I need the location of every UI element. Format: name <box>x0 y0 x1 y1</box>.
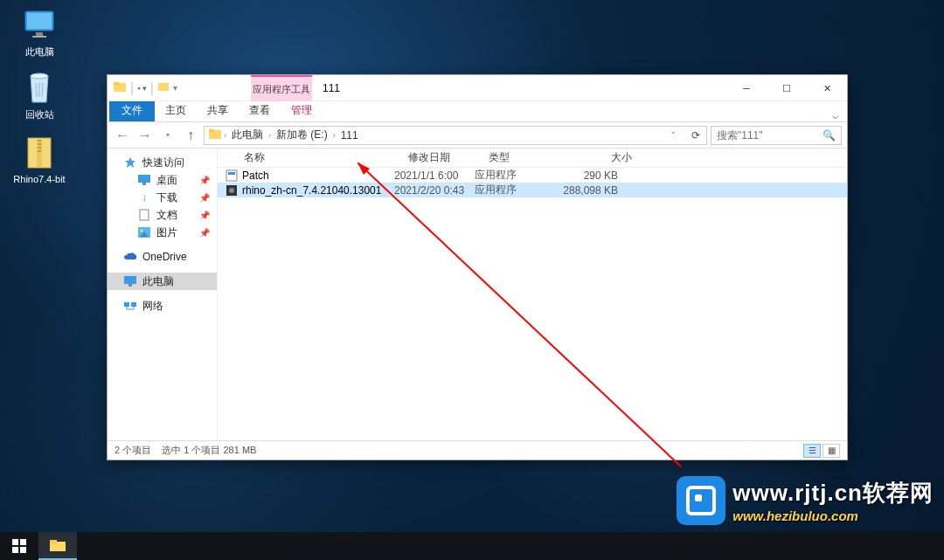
file-list[interactable]: Patch 2021/1/1 6:00 应用程序 290 KB rhino_zh… <box>218 168 847 440</box>
address-bar[interactable]: › 此电脑 › 新加卷 (E:) › 111 ˅ ⟳ <box>204 126 707 145</box>
file-name: Patch <box>242 169 389 182</box>
dropdown-icon[interactable]: ˅ <box>663 131 684 140</box>
pin-icon: 📌 <box>199 228 210 238</box>
recycle-bin-icon <box>22 70 57 105</box>
watermark-logo-icon <box>677 476 725 525</box>
folder-small-icon <box>157 80 170 96</box>
view-details-button[interactable]: ☰ <box>803 444 821 458</box>
desktop-icon-recycle-bin[interactable]: 回收站 <box>9 70 70 121</box>
breadcrumb-this-pc[interactable]: 此电脑 <box>228 128 267 142</box>
column-header-type[interactable]: 类型 <box>483 150 560 165</box>
svg-rect-2 <box>36 32 43 36</box>
svg-rect-38 <box>50 540 57 543</box>
column-header-name[interactable]: 名称 <box>239 150 403 165</box>
folder-icon <box>208 128 222 142</box>
tab-share[interactable]: 共享 <box>197 100 239 121</box>
svg-rect-8 <box>38 143 41 145</box>
svg-rect-12 <box>114 82 119 85</box>
close-button[interactable]: ✕ <box>807 75 847 101</box>
pin-icon: 📌 <box>199 176 210 185</box>
window-title: 111 <box>323 82 340 94</box>
svg-rect-7 <box>38 140 41 142</box>
view-icons-button[interactable]: ▦ <box>823 444 840 458</box>
nav-recent-button[interactable]: ▾ <box>158 126 177 145</box>
minimize-button[interactable]: ─ <box>726 75 767 101</box>
taskbar[interactable] <box>0 532 944 560</box>
chevron-right-icon[interactable]: › <box>268 131 271 140</box>
svg-rect-6 <box>37 138 42 168</box>
exe-icon <box>225 183 239 197</box>
network-icon <box>123 299 137 313</box>
svg-rect-23 <box>124 276 136 284</box>
dropdown-icon[interactable]: ▪ ▾ <box>137 84 147 93</box>
svg-rect-28 <box>228 172 235 175</box>
desktop-icon <box>137 173 151 187</box>
nav-downloads[interactable]: ↓ 下载 📌 <box>108 189 217 206</box>
search-box[interactable]: 🔍 <box>711 126 842 145</box>
start-button[interactable] <box>0 532 38 560</box>
nav-onedrive[interactable]: OneDrive <box>108 248 217 266</box>
nav-label: 文档 <box>156 208 177 223</box>
chevron-right-icon[interactable]: › <box>224 131 226 140</box>
separator-icon: | <box>130 80 134 96</box>
svg-point-30 <box>229 188 234 193</box>
svg-rect-24 <box>128 284 132 287</box>
nav-network[interactable]: 网络 <box>108 297 217 315</box>
nav-documents[interactable]: 文档 📌 <box>108 206 217 224</box>
svg-rect-19 <box>140 210 149 220</box>
windows-icon <box>12 539 26 553</box>
nav-desktop[interactable]: 桌面 📌 <box>108 171 217 189</box>
svg-rect-26 <box>131 302 136 307</box>
ribbon-expand-button[interactable]: ⌵ <box>823 109 847 121</box>
star-icon <box>123 156 137 169</box>
svg-point-21 <box>141 230 143 232</box>
tab-manage[interactable]: 管理 <box>281 100 323 121</box>
status-bar: 2 个项目 选中 1 个项目 281 MB ☰ ▦ <box>108 440 847 460</box>
nav-label: 此电脑 <box>142 274 174 289</box>
svg-rect-1 <box>27 13 52 29</box>
cloud-icon <box>123 250 137 264</box>
svg-rect-13 <box>158 83 169 91</box>
nav-this-pc[interactable]: 此电脑 <box>108 273 217 290</box>
maximize-button[interactable]: ☐ <box>767 75 807 101</box>
svg-rect-33 <box>12 539 18 545</box>
svg-rect-10 <box>38 150 41 152</box>
nav-back-button[interactable]: ← <box>113 126 132 145</box>
refresh-icon[interactable]: ⟳ <box>685 129 706 142</box>
tab-home[interactable]: 主页 <box>155 100 197 121</box>
nav-label: 图片 <box>156 225 177 240</box>
nav-quick-access[interactable]: 快速访问 <box>108 154 217 171</box>
watermark-line1: www.rjtj.cn软荐网 <box>732 478 934 508</box>
search-input[interactable] <box>717 129 836 142</box>
tab-file[interactable]: 文件 <box>109 100 155 121</box>
svg-rect-9 <box>38 147 41 149</box>
nav-up-button[interactable]: ↑ <box>181 126 200 145</box>
svg-rect-17 <box>138 175 150 183</box>
nav-pictures[interactable]: 图片 📌 <box>108 224 217 241</box>
nav-label: 快速访问 <box>142 156 184 170</box>
file-row-patch[interactable]: Patch 2021/1/1 6:00 应用程序 290 KB <box>218 168 847 183</box>
watermark-line2: www.hezibuluo.com <box>732 508 934 523</box>
svg-rect-15 <box>209 129 214 132</box>
file-date: 2021/2/20 0:43 <box>389 184 469 197</box>
breadcrumb-folder[interactable]: 111 <box>337 129 362 142</box>
svg-marker-16 <box>125 157 135 168</box>
picture-icon <box>137 225 151 239</box>
titlebar[interactable]: | ▪ ▾ | ▾ 应用程序工具 111 ─ ☐ ✕ <box>108 75 847 101</box>
desktop-icon-zip[interactable]: Rhino7.4-bit <box>9 135 70 184</box>
file-date: 2021/1/1 6:00 <box>389 169 469 182</box>
file-row-rhino[interactable]: rhino_zh-cn_7.4.21040.13001 2021/2/20 0:… <box>218 183 847 197</box>
chevron-right-icon[interactable]: › <box>333 131 336 140</box>
file-name: rhino_zh-cn_7.4.21040.13001 <box>242 184 389 197</box>
exe-icon <box>225 169 239 183</box>
taskbar-explorer-button[interactable] <box>38 532 77 560</box>
breadcrumb-drive[interactable]: 新加卷 (E:) <box>273 128 331 142</box>
address-bar-row: ← → ▾ ↑ › 此电脑 › 新加卷 (E:) › 111 ˅ ⟳ 🔍 <box>108 122 847 149</box>
monitor-icon <box>123 274 137 288</box>
desktop-icon-this-pc[interactable]: 此电脑 <box>9 7 70 59</box>
file-list-area: 名称 修改日期 类型 大小 Patch 2021/1/1 6:00 应用程序 2… <box>218 149 847 440</box>
column-header-size[interactable]: 大小 <box>560 150 637 165</box>
column-header-date[interactable]: 修改日期 <box>403 150 483 165</box>
search-icon: 🔍 <box>823 129 836 142</box>
tab-view[interactable]: 查看 <box>239 100 281 121</box>
